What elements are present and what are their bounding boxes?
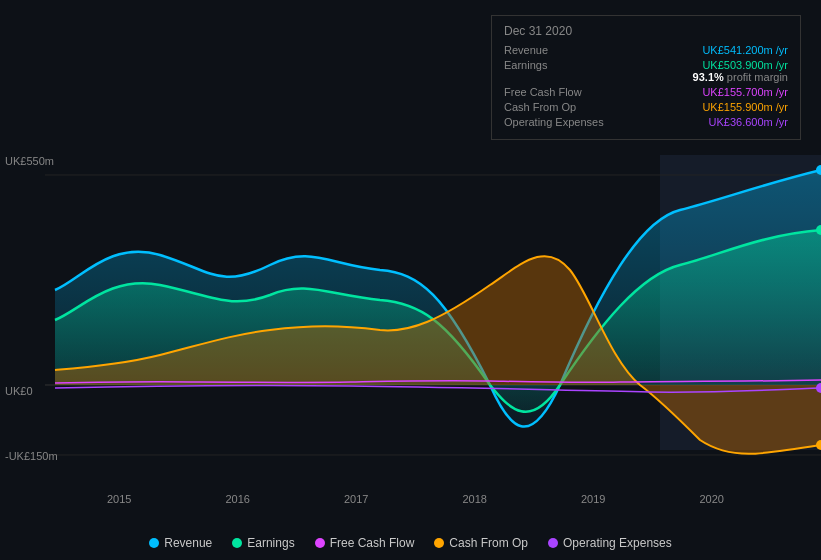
y-label-mid: UK£0 bbox=[5, 385, 33, 397]
x-label-2017: 2017 bbox=[344, 493, 368, 505]
x-label-2016: 2016 bbox=[226, 493, 250, 505]
earnings-margin: 93.1% profit margin bbox=[693, 71, 788, 83]
opex-legend-label: Operating Expenses bbox=[563, 536, 672, 550]
x-axis: 2015 2016 2017 2018 2019 2020 bbox=[0, 493, 821, 505]
chart-legend: Revenue Earnings Free Cash Flow Cash Fro… bbox=[0, 536, 821, 550]
opex-label: Operating Expenses bbox=[504, 116, 624, 128]
revenue-legend-dot bbox=[149, 538, 159, 548]
legend-cashop[interactable]: Cash From Op bbox=[434, 536, 528, 550]
fcf-label: Free Cash Flow bbox=[504, 86, 624, 98]
fcf-legend-dot bbox=[315, 538, 325, 548]
tooltip-earnings-row: Earnings UK£503.900m /yr 93.1% profit ma… bbox=[504, 59, 788, 83]
fcf-legend-label: Free Cash Flow bbox=[330, 536, 415, 550]
x-label-2018: 2018 bbox=[463, 493, 487, 505]
fcf-value: UK£155.700m /yr bbox=[702, 86, 788, 98]
opex-legend-dot bbox=[548, 538, 558, 548]
tooltip-panel: Dec 31 2020 Revenue UK£541.200m /yr Earn… bbox=[491, 15, 801, 140]
tooltip-cashop-row: Cash From Op UK£155.900m /yr bbox=[504, 101, 788, 113]
tooltip-title: Dec 31 2020 bbox=[504, 24, 788, 38]
x-label-2019: 2019 bbox=[581, 493, 605, 505]
tooltip-opex-row: Operating Expenses UK£36.600m /yr bbox=[504, 116, 788, 128]
earnings-legend-label: Earnings bbox=[247, 536, 294, 550]
x-label-2020: 2020 bbox=[700, 493, 724, 505]
tooltip-fcf-row: Free Cash Flow UK£155.700m /yr bbox=[504, 86, 788, 98]
tooltip-revenue-row: Revenue UK£541.200m /yr bbox=[504, 44, 788, 56]
cashop-legend-dot bbox=[434, 538, 444, 548]
legend-opex[interactable]: Operating Expenses bbox=[548, 536, 672, 550]
legend-revenue[interactable]: Revenue bbox=[149, 536, 212, 550]
cashop-label: Cash From Op bbox=[504, 101, 624, 113]
earnings-legend-dot bbox=[232, 538, 242, 548]
y-label-bot: -UK£150m bbox=[5, 450, 58, 462]
cashop-value: UK£155.900m /yr bbox=[702, 101, 788, 113]
cashop-legend-label: Cash From Op bbox=[449, 536, 528, 550]
earnings-value: UK£503.900m /yr bbox=[693, 59, 788, 71]
opex-value: UK£36.600m /yr bbox=[709, 116, 788, 128]
legend-earnings[interactable]: Earnings bbox=[232, 536, 294, 550]
x-label-2015: 2015 bbox=[107, 493, 131, 505]
revenue-legend-label: Revenue bbox=[164, 536, 212, 550]
revenue-value: UK£541.200m /yr bbox=[702, 44, 788, 56]
y-label-top: UK£550m bbox=[5, 155, 54, 167]
legend-fcf[interactable]: Free Cash Flow bbox=[315, 536, 415, 550]
earnings-label: Earnings bbox=[504, 59, 624, 71]
revenue-label: Revenue bbox=[504, 44, 624, 56]
